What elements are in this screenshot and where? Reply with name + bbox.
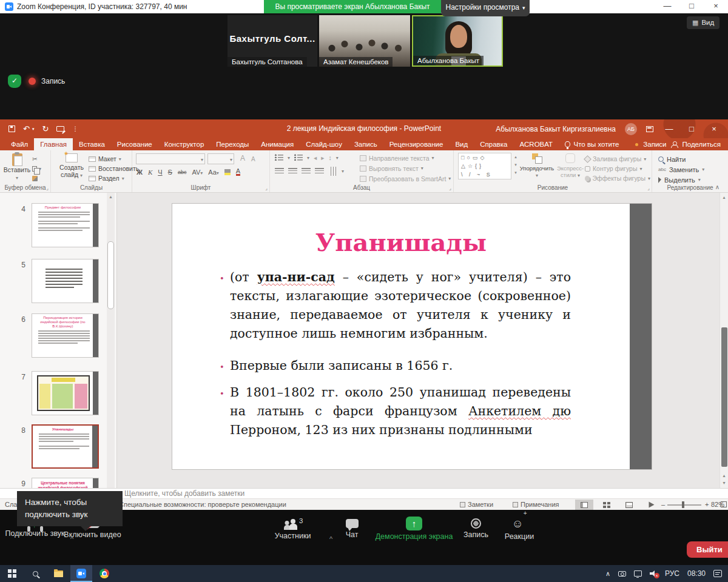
quick-styles-button[interactable]: Экспресс- стили ▾ — [556, 153, 585, 179]
underline-button[interactable]: Ч — [158, 169, 162, 176]
minimize-button[interactable]: — — [655, 0, 679, 13]
maximize-button[interactable]: □ — [679, 0, 704, 13]
tab-home[interactable]: Главная — [34, 138, 73, 150]
section-button[interactable]: Раздел▾ — [89, 173, 139, 183]
copy-button[interactable]: ▾ — [32, 164, 48, 173]
clock[interactable]: 08:30 — [687, 569, 706, 578]
character-spacing-button[interactable]: AV▾ — [192, 169, 203, 176]
language-indicator[interactable]: РУС — [665, 569, 679, 578]
view-settings-button[interactable]: Настройки просмотра▾ — [441, 0, 530, 16]
tab-file[interactable]: Файл — [5, 138, 34, 150]
zoom-slider-thumb[interactable] — [682, 501, 684, 508]
tray-camera-icon[interactable] — [618, 571, 626, 577]
notification-center-icon[interactable] — [713, 570, 722, 577]
save-icon[interactable] — [8, 125, 15, 132]
shapes-gallery[interactable]: □○▭◇ △☆{} \ / ~ S — [458, 153, 511, 179]
tab-record[interactable]: Запись — [348, 138, 383, 150]
tab-acrobat[interactable]: ACROBAT — [513, 138, 559, 150]
tell-me-box[interactable]: Что вы хотите сделать? — [574, 138, 636, 150]
minimize-button[interactable]: — — [662, 124, 676, 133]
font-size-combo[interactable]: ▾ — [207, 153, 234, 164]
reset-button[interactable]: Восстановить — [89, 164, 139, 173]
shape-outline-button[interactable]: Контур фигуры▾ — [585, 164, 650, 173]
grow-font-button[interactable]: А — [240, 154, 245, 162]
zoom-out-button[interactable]: – — [661, 501, 665, 508]
share-screen-button[interactable]: ↑ Демонстрация экрана — [373, 510, 455, 541]
shape-effects-button[interactable]: Эффекты фигуры▾ — [585, 173, 650, 183]
highlight-icon[interactable] — [224, 169, 231, 175]
tab-slideshow[interactable]: Слайд-шоу — [300, 138, 348, 150]
slide-thumbnail-9[interactable]: Центральные понятия индийской философско… — [32, 478, 99, 488]
align-left-icon[interactable] — [275, 168, 284, 175]
taskbar-search-button[interactable] — [24, 565, 46, 582]
scroll-up-icon[interactable]: ▴ — [720, 195, 728, 200]
slide-bullet-2[interactable]: •Впервые были записаны в 1656 г. — [230, 356, 571, 375]
slide-sorter-view-button[interactable] — [598, 500, 616, 510]
layout-button[interactable]: Макет▾ — [89, 154, 139, 164]
close-button[interactable]: × — [707, 124, 721, 133]
dialog-launcher-icon[interactable]: ⌟ — [449, 186, 451, 191]
slide-bullet-3[interactable]: •В 1801–1802 гг. около 250 упанишад пере… — [230, 383, 571, 440]
change-case-button[interactable]: Aa▾ — [208, 169, 218, 176]
text-direction-button[interactable]: Направление текста▾ — [360, 153, 451, 163]
clear-strike-button[interactable]: abc — [178, 169, 187, 175]
scrollbar-thumb[interactable] — [721, 327, 727, 467]
slide-thumbnail-7[interactable] — [32, 371, 99, 415]
zoom-app-button[interactable] — [70, 565, 92, 582]
tab-animations[interactable]: Анимация — [255, 138, 300, 150]
zoom-in-button[interactable]: + — [705, 501, 709, 508]
tray-muted-speaker-icon[interactable]: × — [650, 570, 657, 577]
undo-dropdown-icon[interactable]: ▾ — [32, 127, 35, 132]
find-button[interactable]: Найти — [658, 154, 704, 164]
start-button[interactable] — [1, 565, 23, 582]
dialog-launcher-icon[interactable]: ⌟ — [46, 186, 49, 191]
tray-network-icon[interactable] — [634, 570, 642, 577]
gallery-more-icon[interactable]: ▾ — [513, 169, 519, 176]
line-spacing-icon[interactable]: ↕ — [329, 154, 332, 161]
scroll-down-icon[interactable]: ▾ — [513, 161, 519, 169]
tab-review[interactable]: Рецензирование — [383, 138, 450, 150]
collapse-ribbon-icon[interactable]: ∧ — [715, 184, 720, 190]
smartart-button[interactable]: Преобразовать в SmartArt▾ — [360, 173, 451, 184]
shape-fill-button[interactable]: Заливка фигуры▾ — [585, 154, 650, 164]
previous-slide-icon[interactable]: ▴ — [720, 473, 728, 478]
chat-button[interactable]: Чат — [331, 510, 373, 539]
reading-view-button[interactable] — [620, 500, 638, 510]
tab-transitions[interactable]: Переходы — [210, 138, 255, 150]
bold-button[interactable]: Ж — [136, 169, 143, 176]
font-name-combo[interactable]: ▾ — [136, 153, 205, 164]
accessibility-status[interactable]: Специальные возможности: проверьте реком… — [119, 501, 286, 508]
slide-thumbnail-5[interactable] — [32, 259, 99, 303]
paste-button[interactable]: Вставить ▾ — [3, 153, 31, 181]
account-avatar[interactable]: АБ — [625, 123, 637, 135]
slide-canvas[interactable]: Упанишады •(от упа-ни-сад – «сидеть у но… — [172, 203, 652, 470]
close-button[interactable]: × — [704, 0, 728, 13]
dialog-launcher-icon[interactable]: ⌟ — [265, 186, 268, 191]
video-tile-baкhytgul[interactable]: Бахытгуль Солт... Бахытгуль Солтанова — [228, 15, 317, 67]
restore-button[interactable]: □ — [685, 124, 698, 133]
qat-more-icon[interactable]: ⋮ — [72, 126, 78, 132]
view-layout-button[interactable]: ▦Вид — [687, 16, 720, 29]
fit-to-window-icon[interactable] — [721, 501, 727, 507]
slide-thumbnail-4[interactable]: Предмет философии — [32, 203, 99, 247]
font-color-button[interactable]: А — [236, 168, 240, 176]
tray-expand-chevron[interactable]: ∧ — [605, 570, 610, 578]
tab-draw[interactable]: Рисование — [111, 138, 158, 150]
justify-icon[interactable] — [315, 168, 324, 175]
leave-meeting-button[interactable]: Выйти — [687, 541, 728, 558]
replace-button[interactable]: abcЗаменить▾ — [658, 164, 704, 175]
new-slide-button[interactable]: Создать слайд ▾ — [56, 153, 87, 179]
start-presentation-icon[interactable] — [56, 126, 64, 132]
slideshow-view-button[interactable] — [642, 500, 661, 510]
italic-button[interactable]: К — [148, 169, 152, 176]
comments-toggle[interactable]: Примечания — [513, 501, 559, 508]
tab-design[interactable]: Конструктор — [158, 138, 211, 150]
bullets-icon[interactable] — [275, 154, 283, 161]
cut-button[interactable]: ✂ — [32, 154, 48, 164]
records-button[interactable]: Записи — [643, 141, 666, 148]
scroll-up-icon[interactable]: ▴ — [513, 153, 519, 161]
scrollbar-thumb[interactable] — [107, 241, 114, 309]
strikethrough-button[interactable]: S — [168, 169, 172, 176]
slide-thumbnail-8-selected[interactable]: Упанишады — [32, 424, 99, 469]
tab-help[interactable]: Справка — [474, 138, 513, 150]
